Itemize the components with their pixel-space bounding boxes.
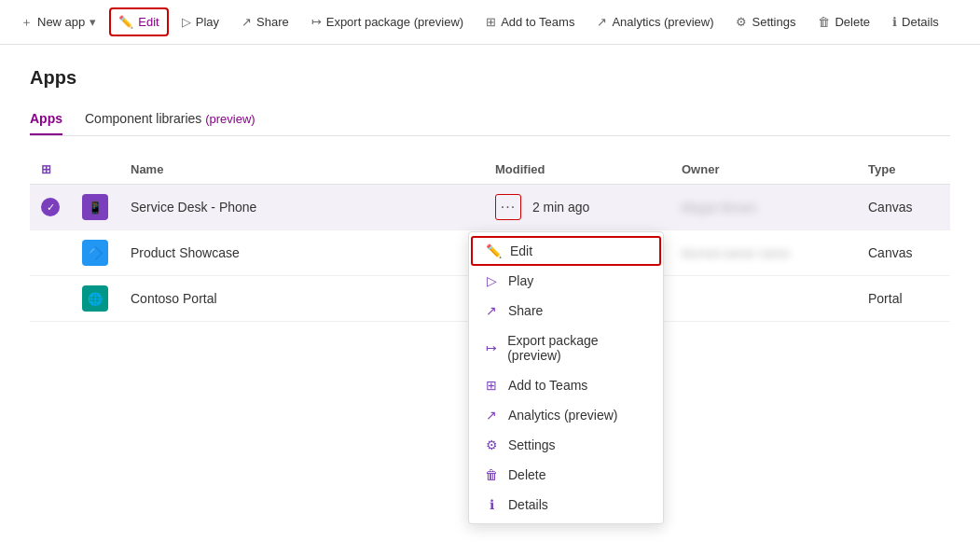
share-icon: ↗ <box>484 303 499 318</box>
more-options-button[interactable]: ··· <box>495 194 521 220</box>
col-header-name[interactable]: Name <box>119 155 484 185</box>
context-menu-delete[interactable]: 🗑 Delete <box>469 460 663 490</box>
app-owner <box>670 276 857 322</box>
play-icon: ▷ <box>484 273 499 288</box>
toolbar: ＋ New app ▾ ✏️ Edit ▷ Play ↗ Share ↦ Exp… <box>0 0 980 45</box>
context-menu: ✏️ Edit ▷ Play ↗ Share ↦ Export package … <box>468 231 664 524</box>
page-title: Apps <box>30 67 950 89</box>
analytics-button[interactable]: ↗ Analytics (preview) <box>587 7 723 36</box>
context-menu-share[interactable]: ↗ Share <box>469 296 663 326</box>
play-button[interactable]: ▷ Play <box>173 7 228 36</box>
app-name[interactable]: Contoso Portal <box>119 276 484 322</box>
plus-icon: ＋ <box>21 14 33 31</box>
row-checkbox[interactable] <box>30 230 71 276</box>
app-type: Canvas <box>857 185 950 230</box>
export-icon: ↦ <box>484 340 498 355</box>
context-menu-analytics[interactable]: ↗ Analytics (preview) <box>469 400 663 430</box>
play-icon: ▷ <box>182 15 191 29</box>
context-menu-settings[interactable]: ⚙ Settings <box>469 430 663 460</box>
col-header-modified[interactable]: Modified <box>484 155 670 185</box>
context-menu-edit[interactable]: ✏️ Edit <box>471 236 661 266</box>
tab-apps[interactable]: Apps <box>30 104 62 135</box>
export-icon: ↦ <box>311 15 322 29</box>
analytics-icon: ↗ <box>597 15 607 29</box>
context-menu-play[interactable]: ▷ Play <box>469 266 663 296</box>
app-type: Portal <box>857 276 950 322</box>
teams-icon: ⊞ <box>486 15 496 29</box>
context-menu-add-to-teams[interactable]: ⊞ Add to Teams <box>469 370 663 400</box>
context-menu-export[interactable]: ↦ Export package (preview) <box>469 326 663 370</box>
teams-icon: ⊞ <box>484 378 499 393</box>
app-modified: ··· 2 min ago <box>484 185 670 230</box>
export-button[interactable]: ↦ Export package (preview) <box>302 7 473 36</box>
delete-button[interactable]: 🗑 Delete <box>808 7 879 36</box>
tab-component-libraries[interactable]: Component libraries (preview) <box>85 104 255 135</box>
app-name[interactable]: Service Desk - Phone <box>119 185 484 230</box>
settings-button[interactable]: ⚙ Settings <box>726 7 805 36</box>
edit-icon: ✏️ <box>118 15 133 29</box>
settings-icon: ⚙ <box>484 437 499 452</box>
app-icon: 🌐 <box>82 285 108 312</box>
edit-icon: ✏️ <box>486 243 501 258</box>
share-button[interactable]: ↗ Share <box>232 7 298 36</box>
col-header-type[interactable]: Type <box>857 155 950 185</box>
col-header-owner[interactable]: Owner <box>670 155 857 185</box>
app-icon: 📱 <box>82 194 108 220</box>
info-icon: ℹ <box>484 497 499 512</box>
delete-icon: 🗑 <box>484 467 499 482</box>
check-icon: ✓ <box>41 198 60 216</box>
context-menu-details[interactable]: ℹ Details <box>469 490 663 520</box>
chevron-down-icon: ▾ <box>90 15 96 29</box>
share-icon: ↗ <box>242 15 252 29</box>
info-icon: ℹ <box>892 15 897 29</box>
app-owner: Megan Brown <box>670 185 857 230</box>
delete-icon: 🗑 <box>818 15 830 29</box>
settings-icon: ⚙ <box>736 15 747 29</box>
details-button[interactable]: ℹ Details <box>883 7 948 36</box>
app-icon: 🔷 <box>82 240 108 266</box>
app-name[interactable]: Product Showcase <box>119 230 484 276</box>
app-type: Canvas <box>857 230 950 276</box>
col-header-checkbox: ⊞ <box>30 155 71 185</box>
row-checkbox[interactable] <box>30 276 71 322</box>
tabs: Apps Component libraries (preview) <box>30 104 950 136</box>
table-row[interactable]: ✓ 📱 Service Desk - Phone ··· 2 min ago M… <box>30 185 950 230</box>
row-checkbox[interactable]: ✓ <box>30 185 71 230</box>
new-app-button[interactable]: ＋ New app ▾ <box>11 7 105 38</box>
add-to-teams-button[interactable]: ⊞ Add to Teams <box>476 7 584 36</box>
filter-icon: ⊞ <box>41 162 51 176</box>
analytics-icon: ↗ <box>484 408 499 423</box>
edit-button[interactable]: ✏️ Edit <box>109 7 168 36</box>
app-owner: blurred owner name <box>670 230 857 276</box>
